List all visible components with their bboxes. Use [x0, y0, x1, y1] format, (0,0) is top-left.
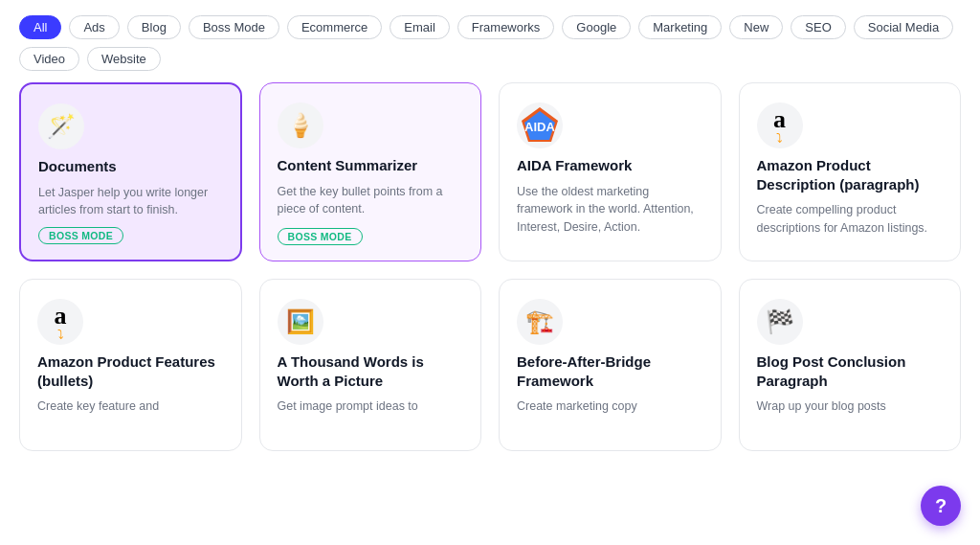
cards-grid-row2: a ⤵︎ Amazon Product Features (bullets)Cr…	[19, 279, 961, 451]
card-icon-content-summarizer: 🍦	[278, 102, 323, 148]
card-content-summarizer[interactable]: 🍦Content SummarizerGet the key bullet po…	[259, 82, 482, 261]
card-icon-amazon-bullets: a ⤵︎	[37, 299, 83, 345]
card-title-amazon-product-desc: Amazon Product Description (paragraph)	[757, 156, 944, 193]
filter-tag-boss-mode[interactable]: Boss Mode	[189, 15, 279, 39]
card-desc-content-summarizer: Get the key bullet points from a piece o…	[278, 183, 464, 221]
card-title-before-after-bridge: Before-After-Bridge Framework	[517, 352, 703, 390]
svg-text:AIDA: AIDA	[524, 120, 555, 134]
filter-tag-new[interactable]: New	[729, 15, 783, 39]
filter-tag-frameworks[interactable]: Frameworks	[457, 15, 555, 39]
card-desc-amazon-bullets: Create key feature and	[37, 397, 224, 435]
card-title-content-summarizer: Content Summarizer	[278, 156, 464, 175]
card-title-aida-framework: AIDA Framework	[517, 156, 703, 175]
filter-tag-ecommerce[interactable]: Ecommerce	[287, 15, 382, 39]
card-title-documents: Documents	[38, 157, 223, 176]
card-before-after-bridge[interactable]: 🏗️Before-After-Bridge FrameworkCreate ma…	[499, 279, 722, 451]
card-icon-amazon-product-desc: a ⤵︎	[757, 102, 803, 148]
card-aida-framework[interactable]: AIDA AIDA FrameworkUse the oldest market…	[499, 82, 722, 261]
filter-tag-email[interactable]: Email	[390, 15, 450, 39]
card-badge-documents: BOSS MODE	[38, 227, 123, 244]
filter-tag-social-media[interactable]: Social Media	[854, 15, 953, 39]
filter-tag-blog[interactable]: Blog	[127, 15, 181, 39]
card-desc-documents: Let Jasper help you write longer article…	[38, 184, 223, 220]
card-title-amazon-bullets: Amazon Product Features (bullets)	[37, 352, 224, 390]
card-title-thousand-words: A Thousand Words is Worth a Picture	[278, 352, 464, 390]
help-button[interactable]: ?	[921, 486, 961, 526]
filter-tag-website[interactable]: Website	[87, 47, 161, 71]
filter-row: AllAdsBlogBoss ModeEcommerceEmailFramewo…	[19, 15, 961, 71]
card-icon-blog-conclusion: 🏁	[757, 299, 803, 345]
filter-tag-marketing[interactable]: Marketing	[638, 15, 722, 39]
card-desc-aida-framework: Use the oldest marketing framework in th…	[517, 183, 703, 246]
card-blog-conclusion[interactable]: 🏁Blog Post Conclusion ParagraphWrap up y…	[739, 279, 962, 451]
filter-tag-all[interactable]: All	[19, 15, 61, 39]
card-icon-before-after-bridge: 🏗️	[517, 299, 563, 345]
card-badge-content-summarizer: BOSS MODE	[278, 228, 363, 245]
card-title-blog-conclusion: Blog Post Conclusion Paragraph	[757, 352, 944, 390]
card-thousand-words[interactable]: 🖼️A Thousand Words is Worth a PictureGet…	[259, 279, 482, 451]
card-amazon-bullets[interactable]: a ⤵︎ Amazon Product Features (bullets)Cr…	[19, 279, 242, 451]
card-desc-before-after-bridge: Create marketing copy	[517, 397, 703, 435]
card-documents[interactable]: 🪄DocumentsLet Jasper help you write long…	[19, 82, 242, 261]
filter-tag-google[interactable]: Google	[562, 15, 631, 39]
card-desc-blog-conclusion: Wrap up your blog posts	[757, 397, 944, 435]
card-amazon-product-desc[interactable]: a ⤵︎ Amazon Product Description (paragra…	[739, 82, 962, 261]
filter-tag-seo[interactable]: SEO	[791, 15, 845, 39]
card-desc-thousand-words: Get image prompt ideas to	[278, 397, 464, 435]
cards-grid-row1: 🪄DocumentsLet Jasper help you write long…	[19, 82, 961, 261]
filter-tag-video[interactable]: Video	[19, 47, 79, 71]
card-icon-documents: 🪄	[38, 103, 84, 149]
card-desc-amazon-product-desc: Create compelling product descriptions f…	[757, 201, 944, 245]
card-icon-thousand-words: 🖼️	[278, 299, 323, 345]
card-icon-aida-framework: AIDA	[517, 102, 563, 148]
filter-tag-ads[interactable]: Ads	[69, 15, 119, 39]
